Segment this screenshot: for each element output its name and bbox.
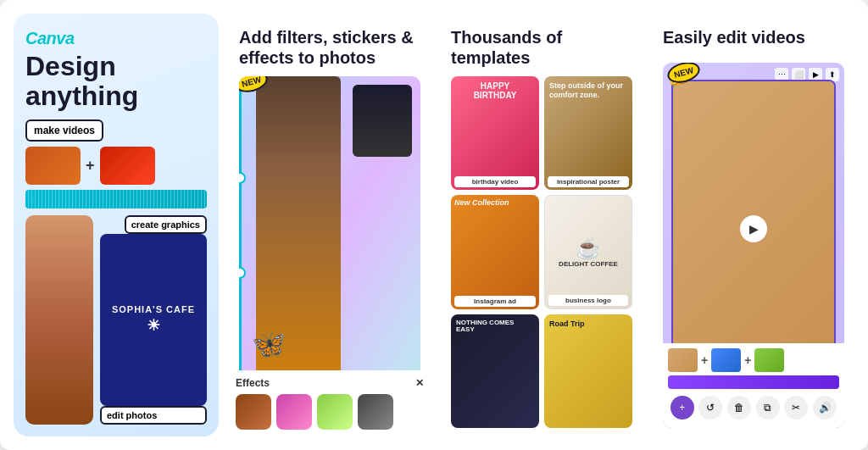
instagram-label: Instagram ad	[454, 296, 536, 307]
delete-icon[interactable]: 🗑	[727, 396, 751, 419]
girl-photo	[25, 215, 93, 425]
duplicate-icon[interactable]: ⧉	[756, 396, 780, 419]
panel-design-anything: Canva Design anything make videos + crea…	[14, 14, 219, 436]
clip-1[interactable]	[668, 348, 698, 372]
headline-design-anything: Design anything	[25, 52, 207, 111]
template-card-business-logo[interactable]: ☕ DELIGHT COFFEE business logo	[544, 195, 632, 308]
panel4-title: Easily edit videos	[663, 27, 844, 47]
panel3-title: Thousands of templates	[451, 27, 632, 68]
birthday-label: birthday video	[454, 176, 536, 187]
panel1-right: create graphics SOPHIA'S CAFE ☀ edit pho…	[100, 215, 207, 425]
template-card-birthday[interactable]: HAPPYBIRTHDAY birthday video	[451, 76, 539, 190]
clip-3[interactable]	[754, 348, 784, 372]
effect-thumb-2[interactable]	[276, 394, 312, 430]
cafe-name: SOPHIA'S CAFE	[112, 304, 195, 314]
waveform-bar	[25, 190, 207, 208]
panel-add-filters: Add filters, stickers & effects to photo…	[229, 14, 431, 436]
timeline-section: + + + ↺ 🗑 ⧉ ✂ 🔊	[663, 343, 844, 428]
sun-icon: ☀	[147, 316, 160, 335]
step-outside-text: Step outside of your comfort zone.	[544, 76, 632, 105]
slider-circle-1[interactable]	[239, 172, 246, 184]
plus-icon: +	[84, 157, 97, 175]
undo-icon[interactable]: ↺	[698, 396, 722, 419]
template-card-instagram[interactable]: New Collection Instagram ad	[451, 195, 539, 308]
coffee-icon: ☕	[576, 236, 601, 260]
tomato-image	[100, 147, 155, 185]
effects-panel: Effects ✕	[229, 370, 431, 436]
make-videos-badge[interactable]: make videos	[25, 119, 103, 142]
audio-icon[interactable]: 🔊	[813, 396, 837, 419]
business-logo-label: business logo	[548, 295, 628, 306]
inspirational-label: inspirational poster	[548, 176, 629, 187]
templates-grid: HAPPYBIRTHDAY birthday video Step outsid…	[451, 76, 632, 428]
effect-thumb-3[interactable]	[317, 394, 353, 430]
effect-thumb-1[interactable]	[236, 394, 271, 430]
sophias-cafe-card: SOPHIA'S CAFE ☀	[100, 234, 207, 406]
edit-photos-badge[interactable]: edit photos	[100, 406, 207, 425]
clip-2[interactable]	[711, 348, 741, 372]
cut-icon[interactable]: ✂	[784, 396, 808, 419]
panel1-images: +	[25, 147, 207, 185]
birthday-text: HAPPYBIRTHDAY	[451, 76, 539, 105]
video-frame: ▶	[671, 80, 836, 377]
timeline-clips: + +	[668, 348, 839, 372]
effects-close-icon[interactable]: ✕	[415, 377, 424, 389]
slider-circle-2[interactable]	[239, 267, 246, 279]
effects-thumbnails	[236, 394, 424, 430]
clip-plus-2[interactable]: +	[744, 353, 751, 367]
play-button[interactable]: ▶	[740, 215, 767, 242]
nothing-comes-easy-text: NOTHING COMES EASY	[451, 314, 539, 340]
butterfly-sticker: 🦋	[252, 328, 286, 360]
panel-templates: Thousands of templates HAPPYBIRTHDAY bir…	[441, 14, 643, 436]
effect-thumb-4[interactable]	[358, 394, 393, 430]
panel-edit-videos: Easily edit videos NEW ⋯ ⬜ ▶ ⬆ ▶ ✍ + +	[653, 14, 854, 436]
road-trip-text: Road Trip	[544, 314, 632, 333]
template-card-inspirational[interactable]: Step outside of your comfort zone. inspi…	[544, 76, 632, 190]
clip-plus-1[interactable]: +	[701, 353, 708, 367]
toolbar-bottom: + ↺ 🗑 ⧉ ✂ 🔊	[668, 392, 839, 423]
template-card-road-trip[interactable]: Road Trip	[544, 314, 632, 428]
template-card-nothing[interactable]: NOTHING COMES EASY	[451, 314, 539, 428]
pizza-image	[25, 147, 81, 185]
girl-silhouette	[25, 215, 93, 425]
new-collection-text: New Collection	[451, 195, 539, 210]
panel1-bottom: create graphics SOPHIA'S CAFE ☀ edit pho…	[25, 215, 207, 425]
panel2-title: Add filters, stickers & effects to photo…	[239, 27, 420, 68]
effects-label: Effects	[236, 377, 270, 389]
effects-header: Effects ✕	[236, 377, 424, 389]
person-small-photo	[353, 85, 412, 157]
add-button[interactable]: +	[670, 396, 694, 419]
slider-handle[interactable]	[239, 76, 242, 394]
delight-coffee-text: DELIGHT COFFEE	[559, 260, 618, 268]
video-edit-area: NEW ⋯ ⬜ ▶ ⬆ ▶ ✍ + +	[663, 63, 844, 428]
timeline-waveform	[668, 375, 839, 389]
canva-logo: Canva	[25, 29, 207, 48]
create-graphics-badge[interactable]: create graphics	[125, 215, 207, 234]
app-container: Canva Design anything make videos + crea…	[0, 0, 868, 450]
